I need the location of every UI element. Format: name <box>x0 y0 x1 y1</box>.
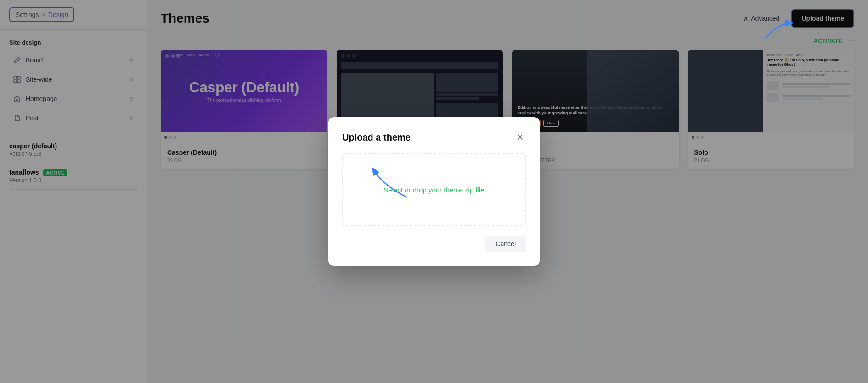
upload-theme-modal: Upload a theme ✕ Select or drop your the… <box>328 117 540 266</box>
modal-title: Upload a theme <box>342 132 411 143</box>
modal-footer: Cancel <box>342 236 526 252</box>
cancel-button[interactable]: Cancel <box>485 236 526 252</box>
modal-close-button[interactable]: ✕ <box>514 131 526 144</box>
drop-zone-arrow <box>371 168 412 202</box>
upload-arrow-indicator <box>760 18 797 41</box>
file-drop-zone[interactable]: Select or drop your theme zip file <box>342 153 526 226</box>
modal-overlay: Upload a theme ✕ Select or drop your the… <box>0 0 868 383</box>
modal-header: Upload a theme ✕ <box>342 131 526 144</box>
